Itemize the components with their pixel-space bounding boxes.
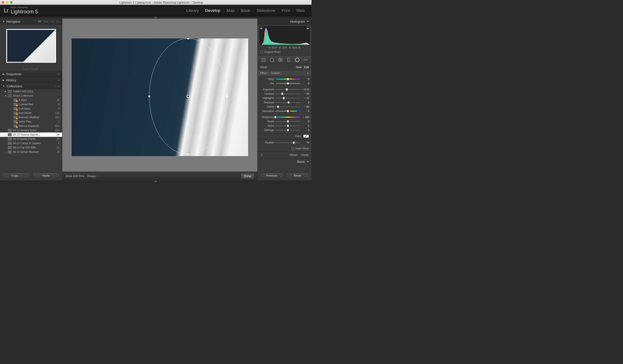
highlight-clip-icon[interactable]: ▲ [307, 27, 309, 29]
edit-pins-dropdown[interactable]: Always ⌃ [87, 174, 99, 178]
minimize-icon[interactable] [6, 1, 8, 4]
collection-item[interactable]: ▶Fujifilm X20 2013 [0, 89, 62, 94]
checkbox-icon[interactable] [260, 51, 263, 53]
module-library[interactable]: Library [183, 8, 202, 13]
radial-filter-overlay[interactable] [148, 38, 228, 155]
zoom-fill[interactable]: FILL [44, 20, 48, 23]
spot-removal-tool[interactable] [269, 57, 275, 63]
navigator-zoom-levels[interactable]: FITFILL1:13:1 [38, 20, 60, 23]
redeye-tool[interactable] [278, 57, 283, 63]
module-map[interactable]: Map [223, 8, 238, 13]
previous-button[interactable]: Previous [260, 173, 284, 179]
slider-shadows[interactable]: Shadows6 [258, 100, 312, 105]
paste-button[interactable]: Paste [32, 173, 60, 179]
history-header[interactable]: ▶ History × [0, 77, 62, 83]
collection-item[interactable]: ▷06-13 Schulz Museum28 [0, 150, 62, 154]
tool-strip [258, 56, 312, 64]
collection-item[interactable]: ▷3 Stars44 [0, 98, 62, 102]
module-print[interactable]: Print [278, 8, 293, 13]
close-icon[interactable]: × [58, 79, 60, 82]
collection-item[interactable]: ▷06-13 Cactus in Garden6 [0, 141, 62, 145]
slider-contrast[interactable]: Contrast– 44 [258, 92, 312, 96]
collection-item[interactable]: ▷05-13 Victoria Natural…34 [0, 133, 62, 137]
navigator-header[interactable]: ▼ Navigator FITFILL1:13:1 [0, 19, 62, 25]
svg-rect-9 [262, 60, 263, 61]
adjustment-sliders: Temp0Tint0Exposure– 0.42Contrast– 44High… [258, 76, 312, 133]
histogram-header[interactable]: Histogram ▼ [258, 19, 312, 25]
navigator-preview[interactable] [0, 25, 62, 67]
chevron-down-icon[interactable]: ▼ [307, 72, 309, 74]
color-swatch[interactable] [303, 135, 309, 138]
slider-defringe[interactable]: Defringe0 [258, 128, 312, 132]
graduated-filter-tool[interactable] [286, 57, 292, 63]
module-book[interactable]: Book [238, 8, 253, 13]
slider-exposure[interactable]: Exposure– 0.42 [258, 87, 312, 92]
slider-highlights[interactable]: Highlights– 31 [258, 96, 312, 100]
collection-item[interactable]: ▷Past Month105 [0, 111, 62, 115]
panel-switch-icon[interactable] [261, 153, 263, 156]
invert-mask-row[interactable]: Invert Mask [258, 146, 312, 151]
basic-panel-header[interactable]: Basic ▼ [258, 159, 312, 165]
slider-tint[interactable]: Tint0 [258, 81, 312, 86]
collection-item[interactable]: ▷06-13 Fuji X20 With…31 [0, 145, 62, 150]
checkbox-icon[interactable] [292, 147, 294, 150]
effect-value[interactable]: Custom [271, 72, 280, 75]
collection-item[interactable]: ▷Without Keywords482 [0, 124, 62, 128]
zoom-3:1[interactable]: 3:1 [56, 20, 60, 23]
crop-tool[interactable] [261, 57, 266, 63]
user-presets-partial[interactable]: User Presets [0, 67, 62, 71]
minus-plus-icon[interactable]: − + [54, 84, 60, 88]
radial-filter-tool[interactable] [294, 57, 300, 63]
svg-point-11 [270, 58, 274, 61]
slider-feather[interactable]: Feather74 [258, 141, 312, 145]
color-label: Color [295, 135, 301, 138]
svg-point-6 [188, 96, 189, 97]
original-photo-row[interactable]: Original Photo [258, 50, 312, 56]
collection-item[interactable]: ▷Colored Red0 [0, 102, 62, 107]
module-slideshow[interactable]: Slideshow [253, 8, 278, 13]
snapshots-header[interactable]: ▶ Snapshots + [0, 71, 62, 77]
collection-item[interactable]: ▷03-13 Jessica Dress254 [0, 128, 62, 133]
collection-item[interactable]: ▷Video Files1 [0, 120, 62, 124]
mask-new-button[interactable]: New [296, 65, 302, 69]
panel-collapse-bottom[interactable] [0, 180, 312, 182]
zoom-1:1[interactable]: 1:1 [51, 20, 54, 23]
copy-button[interactable]: Copy… [2, 173, 30, 179]
slider-noise[interactable]: Noise0 [258, 119, 312, 124]
left-panel: ▼ Navigator FITFILL1:13:1 User Presets ▶… [0, 19, 62, 180]
slider-sharpness[interactable]: Sharpness– 100 [258, 115, 312, 119]
slider-temp[interactable]: Temp0 [258, 77, 312, 81]
collection-item[interactable]: ▷06-13 Bokeh Plants38 [0, 137, 62, 141]
logo: Lr Adobe Photoshop Lightroom 5 [4, 6, 38, 15]
slider-moire[interactable]: Moiré0 [258, 124, 312, 128]
effect-row[interactable]: Effect : Custom ⌃ ▼ [258, 70, 312, 76]
collections-header[interactable]: ▼ Collections − + [0, 83, 62, 89]
svg-rect-15 [288, 58, 290, 62]
collections-list[interactable]: ▶Fujifilm X20 2013▼Smart Collections▷3 S… [0, 89, 62, 171]
close-icon[interactable] [2, 1, 4, 4]
reset-button[interactable]: Reset [286, 173, 310, 179]
chevron-down-icon: ▼ [307, 160, 309, 163]
module-develop[interactable]: Develop [202, 8, 223, 13]
adjustment-brush-tool[interactable] [303, 57, 309, 63]
image-viewport[interactable] [62, 19, 257, 172]
slider-clarity[interactable]: Clarity– 80 [258, 105, 312, 109]
color-row[interactable]: Color [258, 133, 312, 139]
titlebar: Lightroom 5 Catalog.lrcat – Adobe Photos… [0, 0, 312, 5]
histogram[interactable]: ▲ ▲ [259, 26, 310, 45]
zoom-icon[interactable] [10, 1, 13, 4]
panel-collapse-top[interactable] [0, 17, 312, 19]
collection-item[interactable]: ▷Recently Modified393 [0, 115, 62, 120]
chevron-down-icon: ▼ [307, 20, 309, 23]
collection-item[interactable]: ▷Five Stars0 [0, 107, 62, 111]
panel-reset-button[interactable]: Reset [290, 153, 297, 157]
panel-close-button[interactable]: Close [301, 153, 309, 157]
collection-item[interactable]: ▼Smart Collections [0, 94, 62, 98]
done-button[interactable]: Done [241, 173, 254, 179]
mask-edit-button[interactable]: Edit [304, 65, 309, 69]
slider-saturation[interactable]: Saturation0 [258, 109, 312, 113]
module-web[interactable]: Web [293, 8, 308, 13]
zoom-fit[interactable]: FIT [38, 20, 42, 23]
plus-icon[interactable]: + [58, 72, 60, 76]
shadow-clip-icon[interactable]: ▲ [260, 27, 263, 29]
